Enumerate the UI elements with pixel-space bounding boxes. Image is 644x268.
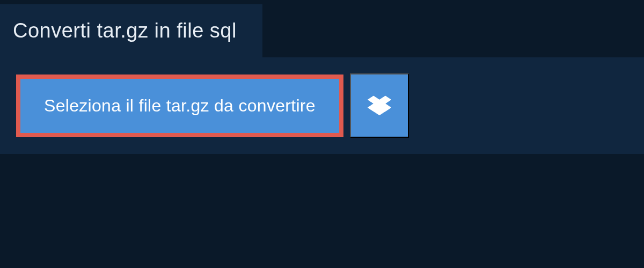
upload-panel: Seleziona il file tar.gz da convertire <box>0 57 644 154</box>
page-header-tab: Converti tar.gz in file sql <box>0 4 262 57</box>
dropbox-button[interactable] <box>350 73 409 138</box>
select-file-button[interactable]: Seleziona il file tar.gz da convertire <box>16 75 343 137</box>
dropbox-icon <box>368 94 391 117</box>
page-title: Converti tar.gz in file sql <box>13 19 237 42</box>
